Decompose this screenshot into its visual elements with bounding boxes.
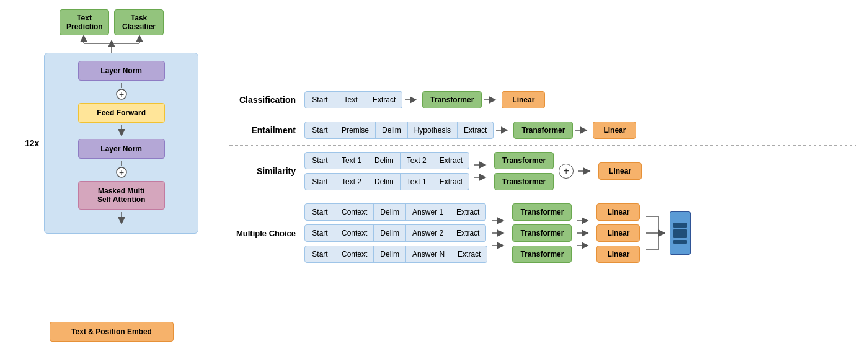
connector-2: +: [109, 161, 134, 179]
mc1-answer: Answer 1: [406, 203, 450, 221]
layer-norm-top: Layer Norm: [78, 61, 165, 81]
mc1-delim: Delim: [374, 203, 406, 221]
sim-plus: +: [559, 164, 574, 179]
mc-linear-1: Linear: [596, 203, 640, 221]
token-start: Start: [304, 91, 335, 108]
sim1-start: Start: [304, 152, 335, 169]
token-extract: Extract: [366, 91, 402, 108]
mc-arr-l3: [577, 241, 591, 250]
sim-row1: Start Text 1 Delim Text 2 Extract: [304, 152, 469, 169]
sim-arrows-left: [474, 161, 489, 182]
task-rows-container: Classification Start Text Extract: [229, 85, 856, 269]
sim-arrow-1: [474, 161, 489, 169]
ent-transformer: Transformer: [513, 122, 573, 139]
ent-hypothesis: Hypothesis: [408, 122, 458, 139]
layer-norm-bottom: Layer Norm: [78, 139, 165, 159]
mc-arrows-1: [492, 216, 507, 250]
mc-arr1: [492, 216, 507, 225]
mc-transformer-3: Transformer: [512, 246, 572, 263]
sim-linear: Linear: [598, 162, 642, 180]
mc3-extract: Extract: [451, 246, 487, 263]
cls-linear: Linear: [502, 91, 545, 108]
mc-label: Multiple Choice: [229, 229, 301, 238]
mc-row2: Start Context Delim Answer 2 Extract: [304, 224, 487, 242]
arrow-cls-2: [484, 95, 499, 104]
entailment-tokens: Start Premise Delim Hypothesis Extract: [304, 122, 494, 139]
mc2-extract: Extract: [450, 224, 486, 242]
mc-pipeline: Start Context Delim Answer 1 Extract Sta…: [304, 203, 691, 263]
mc-transformer-1: Transformer: [512, 203, 572, 221]
arrow-bottom: [115, 212, 128, 226]
feed-forward-box: Feed Forward: [78, 103, 165, 123]
svg-text:+: +: [119, 167, 124, 177]
connector-1: +: [109, 83, 134, 100]
sim2-start: Start: [304, 173, 335, 190]
mc1-extract: Extract: [450, 203, 486, 221]
masked-attention-box: Masked Multi Self Attention: [78, 181, 165, 210]
mc-transformers: Transformer Transformer Transformer: [512, 203, 572, 263]
entailment-section: Entailment Start Premise Delim Hypothesi…: [229, 115, 856, 145]
mc-arr-l2: [577, 229, 591, 237]
mc1-context: Context: [335, 203, 374, 221]
arrow-cls-1: [405, 95, 420, 104]
mc-row3: Start Context Delim Answer N Extract: [304, 246, 487, 263]
diagram: Text Prediction Task Classifier 12x: [0, 0, 868, 354]
ent-extract: Extract: [458, 122, 494, 139]
entailment-pipeline: Start Premise Delim Hypothesis Extract T…: [304, 122, 636, 139]
token-text: Text: [335, 91, 366, 108]
softmax-bar-1: [673, 223, 687, 228]
sim-arrow-linear: [578, 167, 593, 175]
mc2-context: Context: [335, 224, 374, 242]
sim1-delim: Delim: [368, 152, 401, 169]
mc3-answer: Answer N: [406, 246, 451, 263]
text-prediction-box: Text Prediction: [60, 9, 109, 35]
similarity-section: Similarity Start Text 1 Delim Text 2 Ext…: [229, 146, 856, 197]
embed-box: Text & Position Embed: [50, 322, 174, 342]
transformer-block: Layer Norm + Feed Forward: [44, 53, 198, 234]
entailment-label: Entailment: [229, 125, 301, 135]
sim-transformer-2: Transformer: [494, 173, 554, 190]
multiplier-label: 12x: [25, 138, 39, 148]
ent-premise: Premise: [335, 122, 376, 139]
sim-arrow-2: [474, 173, 489, 182]
transformer-block-wrapper: 12x Layer Norm + Feed Forward: [25, 53, 198, 234]
text-prediction-label: Text Prediction: [66, 14, 103, 31]
task-classifier-box: Task Classifier: [114, 9, 164, 35]
mc3-context: Context: [335, 246, 374, 263]
classification-label: Classification: [229, 95, 301, 105]
classification-section: Classification Start Text Extract: [229, 85, 856, 115]
sim1-extract: Extract: [433, 152, 469, 169]
svg-text:+: +: [119, 89, 124, 99]
right-panel: Classification Start Text Extract: [211, 6, 856, 348]
mc2-answer: Answer 2: [406, 224, 450, 242]
sim-transformer-1: Transformer: [494, 152, 554, 169]
mc-arrows-2: [577, 216, 591, 250]
arrow-ff-down: [115, 125, 128, 136]
similarity-label: Similarity: [229, 166, 301, 176]
sim2-delim: Delim: [368, 173, 401, 190]
mc-transformer-2: Transformer: [512, 224, 572, 242]
sim-row2: Start Text 2 Delim Text 1 Extract: [304, 173, 469, 190]
sim-sequences: Start Text 1 Delim Text 2 Extract Start …: [304, 152, 469, 190]
cls-transformer: Transformer: [422, 91, 482, 108]
sim-transformers: Transformer Transformer: [494, 152, 554, 190]
mc-linear-3: Linear: [596, 246, 640, 263]
softmax-bar-2: [673, 229, 687, 238]
mc-sequences: Start Context Delim Answer 1 Extract Sta…: [304, 203, 487, 263]
classification-pipeline: Start Text Extract Transformer: [304, 91, 545, 108]
mc-linears: Linear Linear Linear: [596, 203, 640, 263]
mc-softmax-arrows: [646, 208, 665, 258]
sim2-text2: Text 2: [335, 173, 368, 190]
ent-delim: Delim: [376, 122, 408, 139]
sim1-text1: Text 1: [335, 152, 368, 169]
sim2-extract: Extract: [433, 173, 469, 190]
softmax-bar-3: [673, 240, 687, 244]
mc-arr2: [492, 229, 507, 237]
mc-arr-l1: [577, 216, 591, 225]
arrow-ent-1: [496, 126, 511, 135]
mc3-start: Start: [304, 246, 335, 263]
sim2-text1: Text 1: [401, 173, 433, 190]
sim1-text2: Text 2: [401, 152, 433, 169]
mc3-delim: Delim: [374, 246, 406, 263]
mc-linear-2: Linear: [596, 224, 640, 242]
